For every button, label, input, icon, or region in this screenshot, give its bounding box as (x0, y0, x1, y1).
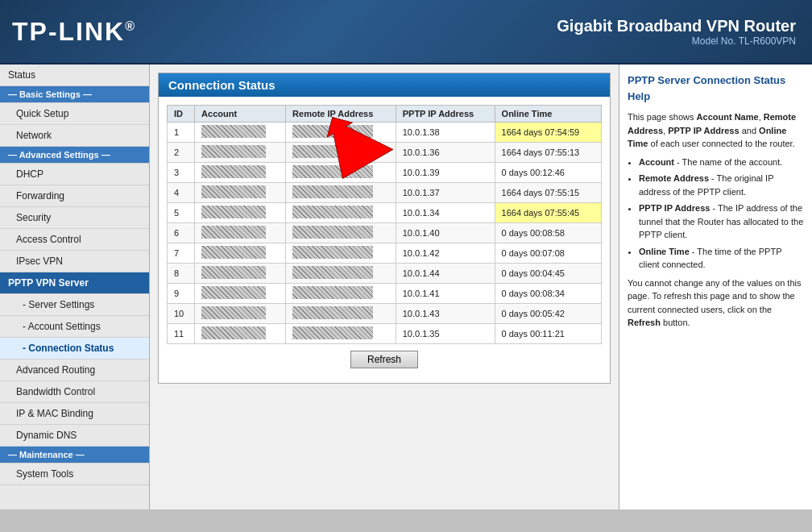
page-header: TP-LINK® Gigabit Broadband VPN Router Mo… (0, 0, 812, 64)
help-title: PPTP Server Connection Status Help (628, 73, 804, 104)
cell-remote-ip (286, 223, 396, 243)
cell-pptp-ip: 10.0.1.44 (396, 264, 495, 284)
cell-online-time: 0 days 00:05:42 (495, 304, 601, 324)
table-header-row: ID Account Remote IP Address PPTP IP Add… (168, 106, 602, 123)
device-model: Model No. TL-R600VPN (557, 35, 796, 47)
connection-status-table: ID Account Remote IP Address PPTP IP Add… (167, 105, 602, 344)
sidebar-item-security[interactable]: Security (0, 207, 149, 229)
header-device-info: Gigabit Broadband VPN Router Model No. T… (557, 17, 796, 47)
cell-remote-ip (286, 203, 396, 223)
cell-account (195, 243, 286, 264)
col-account: Account (195, 106, 286, 123)
cell-account (195, 284, 286, 304)
cell-pptp-ip: 10.0.1.40 (396, 223, 495, 243)
cs-table-wrapper: ID Account Remote IP Address PPTP IP Add… (159, 97, 610, 383)
col-id: ID (168, 106, 195, 123)
cell-online-time: 0 days 00:08:58 (495, 223, 601, 243)
help-bullets: Account - The name of the account. Remot… (628, 156, 804, 272)
help-panel: PPTP Server Connection Status Help This … (619, 64, 812, 509)
col-online-time: Online Time (495, 106, 601, 123)
table-row: 210.0.1.361664 days 07:55:13 (168, 143, 602, 163)
refresh-button[interactable]: Refresh (350, 351, 418, 368)
sidebar-item-connection-status[interactable]: - Connection Status (0, 338, 149, 360)
cell-online-time: 1664 days 07:54:59 (495, 123, 601, 143)
sidebar-item-dynamic-dns[interactable]: Dynamic DNS (0, 425, 149, 447)
sidebar: Status— Basic Settings —Quick SetupNetwo… (0, 64, 150, 509)
cell-account (195, 264, 286, 284)
logo: TP-LINK® (12, 17, 136, 47)
table-row: 710.0.1.420 days 00:07:08 (168, 243, 602, 264)
table-row: 410.0.1.371664 days 07:55:15 (168, 183, 602, 203)
cell-remote-ip (286, 304, 396, 324)
sidebar-item-dhcp[interactable]: DHCP (0, 164, 149, 185)
cell-remote-ip (286, 163, 396, 183)
cell-online-time: 1664 days 07:55:45 (495, 203, 601, 223)
cell-pptp-ip: 10.0.1.34 (396, 203, 495, 223)
cell-remote-ip (286, 243, 396, 264)
help-bullet-remote: Remote Address - The original IP address… (639, 172, 804, 198)
col-remote-ip: Remote IP Address (286, 106, 396, 123)
device-title: Gigabit Broadband VPN Router (557, 17, 796, 35)
sidebar-item-network[interactable]: Network (0, 125, 149, 147)
cs-section-title: Connection Status (159, 73, 610, 97)
cell-remote-ip (286, 183, 396, 203)
sidebar-item-ipsec-vpn[interactable]: IPsec VPN (0, 251, 149, 272)
help-intro: This page shows Account Name, Remote Add… (628, 110, 804, 151)
cell-pptp-ip: 10.0.1.41 (396, 284, 495, 304)
cell-remote-ip (286, 264, 396, 284)
cell-pptp-ip: 10.0.1.38 (396, 123, 495, 143)
table-row: 610.0.1.400 days 00:08:58 (168, 223, 602, 243)
connection-status-panel: Connection Status ID Account Remote IP A… (158, 73, 611, 384)
refresh-row: Refresh (167, 344, 602, 375)
cell-remote-ip (286, 324, 396, 344)
cell-id: 4 (168, 183, 195, 203)
cell-pptp-ip: 10.0.1.36 (396, 143, 495, 163)
cell-online-time: 0 days 00:07:08 (495, 243, 601, 264)
sidebar-item-account-settings[interactable]: - Account Settings (0, 316, 149, 338)
help-bullet-account: Account - The name of the account. (639, 156, 804, 169)
sidebar-item-advanced-settings: — Advanced Settings — (0, 147, 149, 164)
cell-online-time: 0 days 00:11:21 (495, 324, 601, 344)
sidebar-item-advanced-routing[interactable]: Advanced Routing (0, 360, 149, 381)
table-row: 1010.0.1.430 days 00:05:42 (168, 304, 602, 324)
cell-online-time: 0 days 00:12:46 (495, 163, 601, 183)
sidebar-item-ip-mac-binding[interactable]: IP & MAC Binding (0, 403, 149, 425)
cell-id: 3 (168, 163, 195, 183)
table-row: 510.0.1.341664 days 07:55:45 (168, 203, 602, 223)
sidebar-item-system-tools[interactable]: System Tools (0, 463, 149, 485)
cell-remote-ip (286, 284, 396, 304)
table-row: 1110.0.1.350 days 00:11:21 (168, 324, 602, 344)
sidebar-item-forwarding[interactable]: Forwarding (0, 185, 149, 207)
cell-online-time: 1664 days 07:55:13 (495, 143, 601, 163)
cell-pptp-ip: 10.0.1.35 (396, 324, 495, 344)
cell-online-time: 1664 days 07:55:15 (495, 183, 601, 203)
cell-account (195, 183, 286, 203)
sidebar-item-quick-setup[interactable]: Quick Setup (0, 103, 149, 125)
table-body: 110.0.1.381664 days 07:54:59210.0.1.3616… (168, 123, 602, 344)
cell-online-time: 0 days 00:04:45 (495, 264, 601, 284)
sidebar-item-maintenance: — Maintenance — (0, 447, 149, 463)
cell-remote-ip (286, 143, 396, 163)
cell-pptp-ip: 10.0.1.39 (396, 163, 495, 183)
help-bullet-pptp: PPTP IP Address - The IP address of the … (639, 202, 804, 242)
cell-id: 1 (168, 123, 195, 143)
sidebar-item-basic-settings: — Basic Settings — (0, 86, 149, 103)
cell-account (195, 324, 286, 344)
table-row: 310.0.1.390 days 00:12:46 (168, 163, 602, 183)
content-area: Connection Status ID Account Remote IP A… (150, 64, 619, 509)
main-layout: Status— Basic Settings —Quick SetupNetwo… (0, 64, 812, 509)
col-pptp-ip: PPTP IP Address (396, 106, 495, 123)
cell-id: 7 (168, 243, 195, 264)
cell-id: 10 (168, 304, 195, 324)
sidebar-item-status[interactable]: Status (0, 64, 149, 86)
cell-account (195, 143, 286, 163)
cell-account (195, 123, 286, 143)
cell-account (195, 163, 286, 183)
cell-pptp-ip: 10.0.1.43 (396, 304, 495, 324)
table-row: 810.0.1.440 days 00:04:45 (168, 264, 602, 284)
sidebar-item-server-settings[interactable]: - Server Settings (0, 294, 149, 316)
sidebar-item-pptp-vpn-server[interactable]: PPTP VPN Server (0, 272, 149, 294)
sidebar-item-access-control[interactable]: Access Control (0, 229, 149, 251)
sidebar-item-bandwidth-control[interactable]: Bandwidth Control (0, 381, 149, 403)
table-row: 910.0.1.410 days 00:08:34 (168, 284, 602, 304)
